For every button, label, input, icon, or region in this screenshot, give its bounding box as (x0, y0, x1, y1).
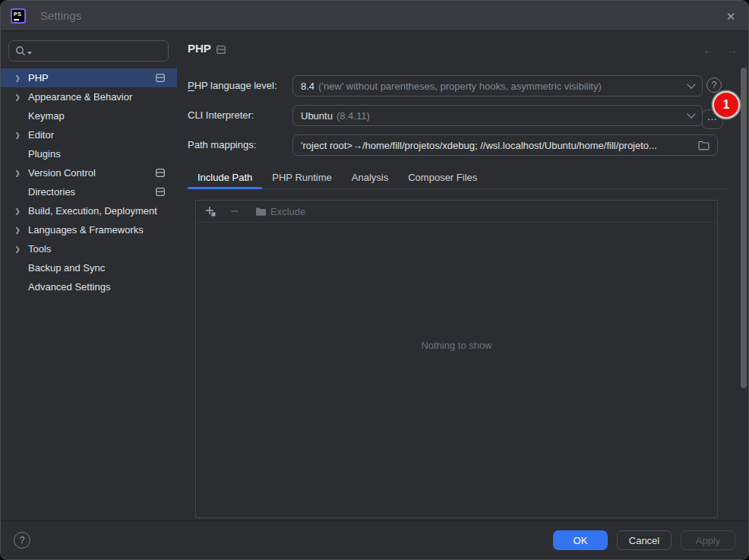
close-icon[interactable]: ✕ (722, 8, 739, 25)
tab[interactable]: PHP Runtime (262, 166, 342, 188)
sidebar-tree-item[interactable]: ❯ Backup and Sync (1, 258, 177, 277)
cancel-button[interactable]: Cancel (617, 530, 672, 550)
help-icon[interactable]: ? (14, 532, 30, 549)
sidebar-tree-item[interactable]: ❯ Languages & Frameworks (1, 220, 177, 239)
modified-indicator-icon (156, 188, 165, 196)
sidebar-item-label: Version Control (28, 167, 96, 179)
app-badge-text: PS (14, 11, 21, 17)
sidebar-item-label: Keymap (28, 110, 65, 122)
sidebar-tree-item[interactable]: ❯ Appearance & Behavior (1, 87, 177, 106)
sidebar-tree-item[interactable]: ❯ PHP (1, 68, 177, 87)
cli-interpreter-value: Ubuntu (301, 110, 333, 122)
chevron-right-icon[interactable]: ❯ (11, 207, 24, 215)
chevron-right-icon[interactable]: ❯ (11, 245, 24, 253)
sidebar-tree-item[interactable]: ❯ Tools (1, 239, 177, 258)
tab-label: Analysis (352, 172, 388, 183)
chevron-down-icon (687, 109, 695, 118)
sidebar-item-label: Languages & Frameworks (28, 224, 144, 236)
sidebar-item-label: Appearance & Behavior (28, 91, 132, 103)
php-settings-page: PHP ← → PHP language level: 8.4 ('new' w… (188, 31, 726, 520)
window-title: Settings (40, 9, 81, 22)
chevron-right-icon[interactable]: ❯ (11, 74, 24, 82)
language-level-label: PHP language level: (188, 80, 277, 91)
modified-indicator-icon (156, 74, 165, 82)
chevron-right-icon[interactable]: ❯ (11, 93, 24, 101)
cli-interpreter-label: CLI Interpreter: (188, 109, 254, 121)
chevron-right-icon[interactable]: ❯ (11, 226, 24, 234)
sidebar-tree-item[interactable]: ❯ Editor (1, 125, 177, 144)
language-level-dropdown[interactable]: 8.4 ('new' without parentheses, property… (292, 75, 703, 96)
sidebar-item-label: Build, Execution, Deployment (28, 205, 157, 217)
tab-label: PHP Runtime (272, 172, 332, 183)
modified-indicator-icon (156, 169, 165, 177)
search-icon (15, 46, 26, 56)
ok-button[interactable]: OK (553, 530, 608, 550)
language-level-value: 8.4 (301, 81, 314, 92)
path-mappings-label: Path mappings: (188, 139, 256, 150)
settings-sidebar: ❯ PHP ❯ Appearance & Behavior (1, 31, 177, 520)
settings-dialog: PS Settings ✕ ❯ PHP (0, 0, 749, 560)
settings-tree: ❯ PHP ❯ Appearance & Behavior (1, 68, 177, 296)
sidebar-item-label: Editor (28, 129, 54, 141)
tab[interactable]: Composer Files (398, 166, 487, 188)
sidebar-item-label: Plugins (28, 148, 61, 160)
tab-label: Composer Files (408, 172, 477, 183)
footer-buttons: OK Cancel Apply (553, 530, 735, 550)
cli-interpreter-dropdown[interactable]: Ubuntu (8.4.11) (292, 105, 703, 126)
chevron-down-icon (687, 80, 695, 88)
chevron-right-icon[interactable]: ❯ (11, 169, 24, 177)
sidebar-tree-item[interactable]: ❯ Directories (1, 182, 177, 201)
modified-indicator-icon (216, 46, 226, 54)
sidebar-item-label: Advanced Settings (28, 281, 110, 293)
cli-interpreter-version: (8.4.11) (337, 110, 370, 122)
help-icon[interactable]: ? (706, 78, 722, 93)
exclude-label: Exclude (270, 206, 305, 217)
sidebar-tree-item[interactable]: ❯ Plugins (1, 144, 177, 163)
sidebar-tree-item[interactable]: ❯ Advanced Settings (1, 277, 177, 296)
sidebar-item-label: Backup and Sync (28, 262, 105, 274)
folder-browse-icon[interactable] (698, 141, 709, 150)
chevron-right-icon[interactable]: ❯ (11, 131, 24, 139)
tab-label: Include Path (198, 172, 252, 183)
add-icon[interactable] (202, 203, 219, 220)
include-path-toolbar: Exclude (196, 201, 717, 223)
annotation-badge-1: 1 (713, 91, 740, 119)
apply-button[interactable]: Apply (681, 530, 735, 550)
forward-arrow-icon[interactable]: → (726, 43, 738, 56)
back-arrow-icon[interactable]: ← (703, 43, 714, 56)
sidebar-item-label: Directories (28, 186, 75, 198)
vertical-scrollbar[interactable] (741, 68, 747, 388)
language-level-description: ('new' without parentheses, property hoo… (318, 81, 602, 92)
dialog-footer: ? OK Cancel Apply (1, 520, 748, 559)
search-options-caret-icon[interactable] (27, 52, 32, 55)
search-input[interactable] (8, 40, 169, 62)
sidebar-tree-item[interactable]: ❯ Version Control (1, 163, 177, 182)
tab[interactable]: Include Path (188, 166, 262, 188)
empty-state-text: Nothing to show (196, 340, 717, 351)
folder-icon (255, 207, 267, 217)
remove-icon[interactable] (226, 203, 243, 220)
sidebar-item-label: Tools (28, 243, 51, 255)
path-mappings-value: 'roject root>→/home/fill/projetos/xdebug… (301, 140, 692, 151)
php-settings-tabs: Include Path PHP Runtime Analysis Compos… (188, 166, 726, 189)
titlebar: PS Settings ✕ (1, 1, 748, 31)
sidebar-tree-item[interactable]: ❯ Build, Execution, Deployment (1, 201, 177, 220)
path-mappings-field[interactable]: 'roject root>→/home/fill/projetos/xdebug… (292, 134, 718, 156)
tab[interactable]: Analysis (342, 166, 398, 188)
include-path-panel: Exclude Nothing to show (195, 200, 718, 518)
page-title: PHP (188, 42, 211, 55)
sidebar-tree-item[interactable]: ❯ Keymap (1, 106, 177, 125)
phpstorm-logo-icon: PS (11, 8, 26, 24)
history-nav: ← → (703, 43, 738, 56)
exclude-button[interactable]: Exclude (255, 206, 305, 217)
sidebar-item-label: PHP (28, 72, 49, 84)
